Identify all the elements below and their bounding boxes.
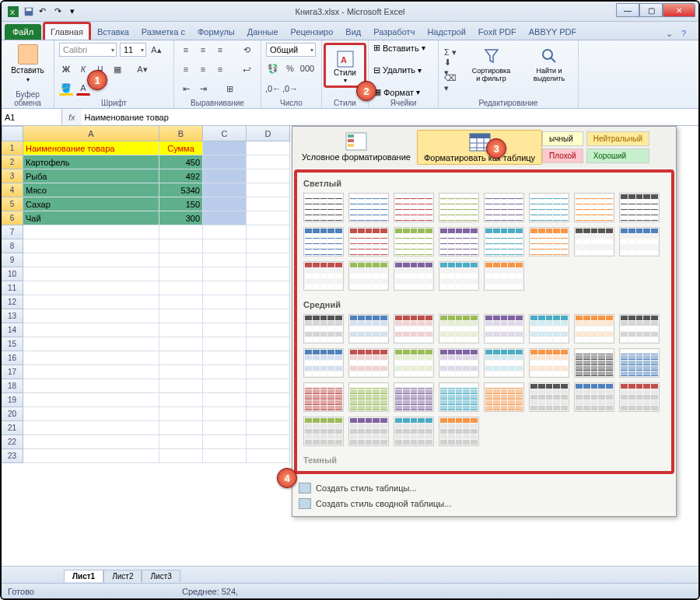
table-style-swatch[interactable] <box>529 314 569 344</box>
cell[interactable] <box>247 421 290 435</box>
cell[interactable] <box>23 393 159 407</box>
cell[interactable] <box>203 197 247 211</box>
table-style-swatch[interactable] <box>574 348 614 378</box>
orientation-icon[interactable]: ⟲ <box>240 43 254 57</box>
row-header[interactable]: 4 <box>2 183 23 197</box>
row-header[interactable]: 8 <box>2 239 23 253</box>
redo-icon[interactable]: ↷ <box>54 6 65 17</box>
table-style-swatch[interactable] <box>619 382 660 412</box>
cell[interactable] <box>23 435 159 449</box>
table-style-swatch[interactable] <box>439 193 479 222</box>
table-style-swatch[interactable] <box>303 314 344 344</box>
cell[interactable] <box>203 309 247 323</box>
table-style-swatch[interactable] <box>348 417 389 446</box>
cell[interactable] <box>247 309 290 323</box>
fx-icon[interactable]: fx <box>62 113 82 122</box>
table-style-swatch[interactable] <box>394 314 434 344</box>
row-header[interactable]: 1 <box>2 141 23 155</box>
cell[interactable]: Наименование товара <box>23 141 159 155</box>
cell[interactable]: 450 <box>159 155 203 169</box>
row-header[interactable]: 22 <box>2 435 23 449</box>
cell[interactable]: Мясо <box>23 183 159 197</box>
cell[interactable] <box>159 379 203 393</box>
find-select-button[interactable]: Найти и выделить <box>525 45 573 84</box>
cell[interactable] <box>23 337 159 351</box>
cell[interactable] <box>23 351 159 365</box>
table-style-swatch[interactable] <box>439 227 479 256</box>
cell[interactable] <box>203 183 247 197</box>
tab-insert[interactable]: Вставка <box>91 23 135 40</box>
cell[interactable] <box>203 449 247 463</box>
row-header[interactable]: 20 <box>2 407 23 421</box>
dec-decimal-icon[interactable]: ,0→ <box>283 82 297 96</box>
new-pivot-style[interactable]: Создать стиль сводной таблицы... <box>299 496 670 511</box>
cell[interactable] <box>247 379 290 393</box>
cell[interactable] <box>247 169 290 183</box>
cell[interactable] <box>23 267 159 281</box>
align-mid-icon[interactable]: ≡ <box>196 43 210 57</box>
table-style-swatch[interactable] <box>394 227 434 256</box>
cell[interactable] <box>247 351 290 365</box>
row-header[interactable]: 21 <box>2 421 23 435</box>
cell[interactable] <box>203 407 247 421</box>
cell[interactable] <box>247 407 290 421</box>
paste-button[interactable]: Вставить ▾ <box>6 43 49 85</box>
cell[interactable] <box>247 239 290 253</box>
cell[interactable] <box>23 239 159 253</box>
cell[interactable] <box>203 323 247 337</box>
cell[interactable] <box>23 281 159 295</box>
row-header[interactable]: 5 <box>2 197 23 211</box>
cell[interactable]: 5340 <box>159 183 203 197</box>
cell[interactable] <box>247 253 290 267</box>
cell[interactable] <box>159 225 203 239</box>
select-all-corner[interactable] <box>2 126 23 141</box>
wrap-text-icon[interactable]: ⮐ <box>240 62 254 76</box>
number-format-combo[interactable]: Общий <box>266 43 316 57</box>
sheet-tab-3[interactable]: Лист3 <box>142 570 180 582</box>
row-header[interactable]: 13 <box>2 309 23 323</box>
table-style-swatch[interactable] <box>394 261 434 291</box>
cell[interactable] <box>247 197 290 211</box>
table-style-swatch[interactable] <box>574 314 614 344</box>
cell[interactable] <box>203 141 247 155</box>
table-style-swatch[interactable] <box>529 348 569 378</box>
cell[interactable] <box>23 407 159 421</box>
help-icon[interactable]: ? <box>681 29 692 40</box>
cell[interactable] <box>247 323 290 337</box>
cell[interactable] <box>159 239 203 253</box>
cell[interactable] <box>23 449 159 463</box>
col-header-C[interactable]: C <box>203 126 247 141</box>
cell[interactable] <box>159 309 203 323</box>
cell[interactable] <box>247 155 290 169</box>
cell[interactable] <box>203 211 247 225</box>
undo-icon[interactable]: ↶ <box>39 6 50 17</box>
cell[interactable] <box>247 225 290 239</box>
cell[interactable] <box>247 449 290 463</box>
tab-formulas[interactable]: Формулы <box>191 23 241 40</box>
cell[interactable]: Картофель <box>23 155 159 169</box>
cell[interactable] <box>203 253 247 267</box>
qat-more-icon[interactable]: ▾ <box>70 6 81 17</box>
table-style-swatch[interactable] <box>484 382 524 412</box>
cell[interactable] <box>247 211 290 225</box>
cell[interactable] <box>247 435 290 449</box>
table-style-swatch[interactable] <box>484 227 524 256</box>
row-header[interactable]: 18 <box>2 379 23 393</box>
save-icon[interactable] <box>23 6 34 17</box>
style-normal[interactable]: ычный <box>542 131 583 146</box>
shrink-font-icon[interactable]: A▾ <box>135 62 149 76</box>
cell[interactable] <box>203 239 247 253</box>
cell[interactable]: 300 <box>159 211 203 225</box>
row-header[interactable]: 23 <box>2 449 23 463</box>
cell[interactable] <box>159 393 203 407</box>
cell[interactable] <box>203 435 247 449</box>
cell[interactable]: Чай <box>23 211 159 225</box>
cell[interactable]: Сахар <box>23 197 159 211</box>
tab-file[interactable]: Файл <box>5 24 41 40</box>
formula-input[interactable]: Наименование товар <box>82 109 698 125</box>
cell[interactable] <box>247 267 290 281</box>
tab-view[interactable]: Вид <box>339 23 367 40</box>
table-style-swatch[interactable] <box>303 417 344 446</box>
cell[interactable] <box>203 169 247 183</box>
cell[interactable] <box>159 421 203 435</box>
